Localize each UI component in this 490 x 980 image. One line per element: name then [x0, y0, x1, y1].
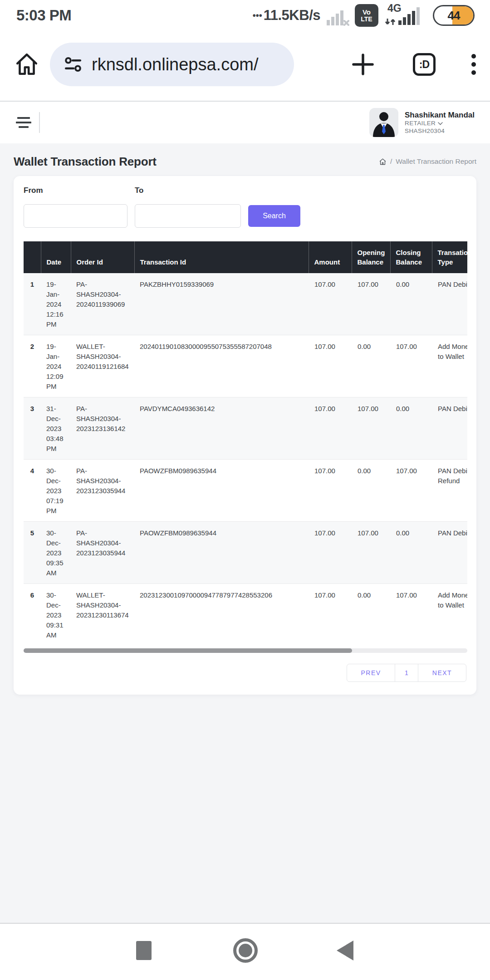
cell-amount: 107.00: [309, 522, 352, 584]
url-text[interactable]: rknsdl.onlinepsa.com/: [92, 55, 259, 74]
cell-transaction-id: PAKZBHHY0159339069: [134, 273, 309, 335]
horizontal-scrollbar[interactable]: [24, 648, 467, 653]
recents-button-icon[interactable]: [136, 941, 152, 960]
breadcrumb: / Wallet Transaction Report: [379, 157, 476, 166]
header-divider: [39, 112, 40, 133]
cell-transaction-id: 20231230010970000947787977428553206: [134, 584, 309, 646]
cell-transaction-type: PAN Debit: [432, 522, 467, 584]
cell-order-id: PA-SHASH20304-2023123136142: [71, 397, 134, 460]
table-header-row: Date Order Id Transaction Id Amount Open…: [24, 241, 467, 273]
browser-toolbar: rknsdl.onlinepsa.com/ :D: [0, 28, 490, 101]
cell-order-id: WALLET-SHASH20304-20240119121684: [71, 335, 134, 397]
cell-closing-balance: 107.00: [390, 335, 432, 397]
cell-amount: 107.00: [309, 460, 352, 522]
cell-sn: 1: [24, 273, 41, 335]
cell-sn: 5: [24, 522, 41, 584]
cell-date: 19-Jan-2024 12:16 PM: [41, 273, 71, 335]
android-home-button-icon[interactable]: [233, 938, 258, 963]
cell-sn: 3: [24, 397, 41, 460]
col-header-opening-balance: Opening Balance: [352, 241, 390, 273]
avatar[interactable]: [369, 108, 398, 137]
cell-sn: 6: [24, 584, 41, 646]
cell-sn: 2: [24, 335, 41, 397]
search-button[interactable]: Search: [248, 205, 300, 227]
from-date-input[interactable]: [24, 204, 127, 228]
network-activity-dots: •••: [253, 10, 262, 21]
transactions-table: Date Order Id Transaction Id Amount Open…: [24, 241, 467, 646]
cellular-4g-signal-icon: 4G: [384, 3, 426, 28]
user-info[interactable]: Shashikant Mandal RETAILER SHASH20304: [405, 110, 475, 135]
cell-transaction-type: PAN Debit: [432, 273, 467, 335]
battery-icon: 44: [433, 5, 475, 26]
cell-closing-balance: 107.00: [390, 460, 432, 522]
status-bar: 5:03 PM ••• 11.5KB/s Vo LTE: [0, 0, 490, 28]
cell-closing-balance: 0.00: [390, 273, 432, 335]
col-header-sn: [24, 241, 41, 273]
pagination: PREV 1 NEXT: [347, 664, 466, 682]
cell-opening-balance: 107.00: [352, 522, 390, 584]
from-label: From: [24, 186, 127, 195]
cell-opening-balance: 0.00: [352, 335, 390, 397]
table-row: 6 30-Dec-2023 09:31 AM WALLET-SHASH20304…: [24, 584, 467, 646]
page-title: Wallet Transaction Report: [14, 155, 157, 169]
col-header-order-id: Order Id: [71, 241, 134, 273]
cell-opening-balance: 107.00: [352, 273, 390, 335]
cell-date: 30-Dec-2023 09:31 AM: [41, 584, 71, 646]
breadcrumb-home-icon[interactable]: [379, 158, 387, 166]
next-page-button[interactable]: NEXT: [418, 664, 466, 681]
table-row: 5 30-Dec-2023 09:35 AM PA-SHASH20304-202…: [24, 522, 467, 584]
current-page-button[interactable]: 1: [395, 664, 418, 681]
table-row: 2 19-Jan-2024 12:09 PM WALLET-SHASH20304…: [24, 335, 467, 397]
cell-amount: 107.00: [309, 335, 352, 397]
url-bar[interactable]: rknsdl.onlinepsa.com/: [50, 43, 294, 86]
browser-menu-kebab-icon[interactable]: [471, 52, 476, 77]
tab-switcher-icon[interactable]: :D: [413, 53, 436, 76]
cell-closing-balance: 0.00: [390, 397, 432, 460]
col-header-date: Date: [41, 241, 71, 273]
cell-date: 31-Dec-2023 03:48 PM: [41, 397, 71, 460]
user-name: Shashikant Mandal: [405, 110, 475, 120]
sim1-no-signal-icon: [326, 5, 349, 26]
table-row: 1 19-Jan-2024 12:16 PM PA-SHASH20304-202…: [24, 273, 467, 335]
cell-date: 30-Dec-2023 07:19 PM: [41, 460, 71, 522]
back-button-icon[interactable]: [337, 941, 353, 960]
cell-amount: 107.00: [309, 397, 352, 460]
table-row: 3 31-Dec-2023 03:48 PM PA-SHASH20304-202…: [24, 397, 467, 460]
col-header-closing-balance: Closing Balance: [390, 241, 432, 273]
cell-order-id: WALLET-SHASH20304-20231230113674: [71, 584, 134, 646]
cell-order-id: PA-SHASH20304-2024011939069: [71, 273, 134, 335]
cell-amount: 107.00: [309, 584, 352, 646]
app-header: Shashikant Mandal RETAILER SHASH20304: [0, 102, 490, 143]
sidebar-menu-icon[interactable]: [15, 117, 32, 128]
cell-opening-balance: 0.00: [352, 460, 390, 522]
table-row: 4 30-Dec-2023 07:19 PM PA-SHASH20304-202…: [24, 460, 467, 522]
cell-transaction-id: PAOWZFBM0989635944: [134, 522, 309, 584]
cell-transaction-id: 20240119010830000955075355587207048: [134, 335, 309, 397]
android-navigation-bar: [0, 924, 490, 979]
prev-page-button[interactable]: PREV: [347, 664, 395, 681]
cell-transaction-type: PAN Debit Refund: [432, 460, 467, 522]
to-date-input[interactable]: [135, 204, 241, 228]
home-icon[interactable]: [14, 51, 40, 78]
chevron-down-icon: [438, 122, 443, 125]
cell-transaction-id: PAVDYMCA0493636142: [134, 397, 309, 460]
cell-date: 19-Jan-2024 12:09 PM: [41, 335, 71, 397]
cell-transaction-type: Add Money to Wallet: [432, 584, 467, 646]
user-role[interactable]: RETAILER: [405, 120, 475, 127]
cell-opening-balance: 0.00: [352, 584, 390, 646]
cell-order-id: PA-SHASH20304-2023123035944: [71, 460, 134, 522]
cell-transaction-type: PAN Debit: [432, 397, 467, 460]
breadcrumb-separator: /: [390, 157, 392, 166]
user-id: SHASH20304: [405, 127, 475, 135]
transactions-table-container[interactable]: Date Order Id Transaction Id Amount Open…: [24, 241, 467, 646]
battery-percent: 44: [434, 6, 473, 24]
scrollbar-thumb[interactable]: [24, 648, 352, 653]
cell-order-id: PA-SHASH20304-2023123035944: [71, 522, 134, 584]
page-content: Wallet Transaction Report / Wallet Trans…: [0, 143, 490, 923]
site-settings-tune-icon[interactable]: [64, 55, 83, 74]
filter-bar: From To Search: [24, 186, 466, 228]
cell-amount: 107.00: [309, 273, 352, 335]
network-speed: 11.5KB/s: [264, 7, 320, 24]
new-tab-icon[interactable]: [351, 53, 375, 76]
cell-closing-balance: 0.00: [390, 522, 432, 584]
